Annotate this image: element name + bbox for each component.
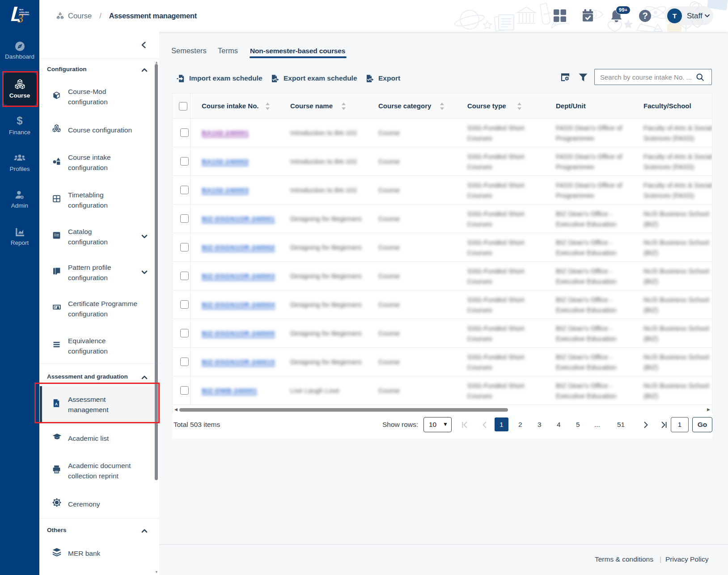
svg-text:NUS: NUS bbox=[19, 9, 23, 11]
svg-text:LEARNING: LEARNING bbox=[19, 13, 30, 16]
svg-text:LIFELONG: LIFELONG bbox=[19, 11, 29, 13]
svg-text:$: $ bbox=[17, 115, 22, 127]
